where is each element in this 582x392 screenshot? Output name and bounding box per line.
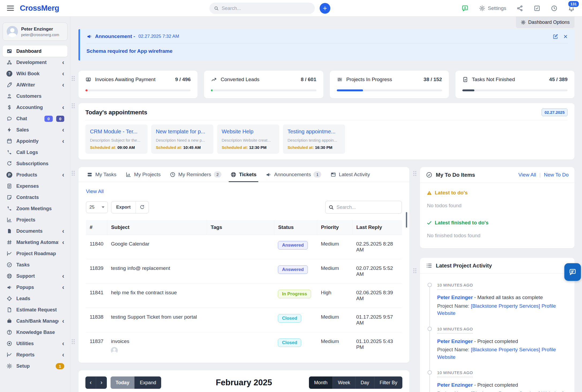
tickets-search-input[interactable] (337, 205, 402, 210)
sidebar-item-products[interactable]: PProducts‹ (3, 169, 67, 180)
ticket-row[interactable]: 11841help me fix the contract issueIn Pr… (86, 284, 402, 308)
app-logo[interactable]: CrossMerg (20, 4, 59, 13)
ticket-row[interactable]: 11837invoicesClosedMedium01.10.2025 5:43… (86, 332, 402, 360)
sidebar-item-tasks[interactable]: Tasks (3, 259, 67, 270)
appointment-item[interactable]: CRM Module - Ter...Description Subject f… (85, 125, 148, 154)
tab-my-reminders[interactable]: My Reminders2 (165, 167, 226, 182)
sidebar-item-estimate-request[interactable]: Estimate Request (3, 304, 67, 315)
calendar-view-week[interactable]: Week (332, 376, 355, 389)
appointments-date-badge[interactable]: 02.27.2025 (542, 108, 568, 116)
hamburger-icon[interactable] (7, 6, 14, 11)
sidebar-item-cash-bank-manage[interactable]: Cash/Bank Manage‹ (3, 315, 67, 327)
sidebar-item-reports[interactable]: Reports‹ (3, 349, 67, 360)
calendar-prev-button[interactable]: ‹ (85, 376, 96, 389)
notifications-button[interactable]: 131 (568, 4, 575, 13)
checkbox-icon[interactable] (534, 5, 541, 12)
todo-new-link[interactable]: New To Do (544, 172, 569, 178)
sidebar-item-projects[interactable]: Projects (3, 214, 67, 225)
ticket-row[interactable]: 11840Google CalendarAnsweredMedium02.25.… (86, 235, 402, 259)
sidebar-item-zoom-meetings[interactable]: Zoom Meetings (3, 203, 67, 214)
column-header-id[interactable]: # (86, 220, 107, 235)
activity-user-link[interactable]: Peter Enzinger (437, 338, 473, 344)
sidebar-item-expenses[interactable]: Expenses (3, 180, 67, 192)
drag-handle[interactable] (72, 171, 75, 177)
table-scrollbar[interactable] (406, 212, 407, 228)
sidebar-item-chat[interactable]: Chat00 (3, 113, 67, 124)
sidebar-item-popups[interactable]: Popups‹ (3, 282, 67, 293)
calendar-expand-button[interactable]: Expand (134, 376, 161, 389)
calendar-view-filter-by[interactable]: Filter By (374, 376, 402, 389)
column-header-priority[interactable]: Priority (317, 220, 352, 235)
sidebar-item-project-roadmap[interactable]: Project Roadmap (3, 248, 67, 259)
sidebar-item-wiki-book[interactable]: ?Wiki Book‹ (3, 68, 67, 79)
close-icon[interactable] (563, 34, 568, 39)
appointment-item[interactable]: Website HelpDescription Website creat...… (217, 125, 279, 154)
tab-my-projects[interactable]: My Projects (121, 167, 165, 182)
appointment-title[interactable]: Testing appointme... (288, 129, 341, 135)
sidebar-item-accounting[interactable]: Accounting‹ (3, 102, 67, 113)
user-card[interactable]: Peter Enzinger peter@crossmerg.com (3, 22, 67, 41)
drag-handle[interactable] (413, 171, 417, 177)
view-all-link[interactable]: View All (86, 189, 104, 194)
refresh-button[interactable] (135, 201, 149, 213)
ticket-subject[interactable]: invoices (107, 332, 207, 360)
sidebar-item-subscriptions[interactable]: Subscriptions (3, 158, 67, 169)
sidebar-item-support[interactable]: Support‹ (3, 270, 67, 282)
appointment-title[interactable]: Website Help (222, 129, 275, 135)
sidebar-item-development[interactable]: Development‹ (3, 57, 67, 68)
ticket-subject[interactable]: Google Calendar (107, 235, 207, 259)
stat-card-tasks-not-finished[interactable]: Tasks Not Finished45 / 389 (455, 71, 575, 98)
activity-project-link[interactable]: [Blackstone Property Services] Profile W… (437, 347, 556, 360)
sidebar-item-knowledge-base[interactable]: Knowledge Base (3, 327, 67, 338)
edit-icon[interactable] (553, 34, 558, 39)
sidebar-item-aiwriter[interactable]: AiWriter‹ (3, 79, 67, 91)
tab-latest-activity[interactable]: Latest Activity (326, 167, 375, 182)
sidebar-item-documents[interactable]: Documents‹ (3, 225, 67, 237)
sidebar-item-appointly[interactable]: Appointly‹ (3, 135, 67, 147)
ticket-row[interactable]: 11838testing Support Ticket from user po… (86, 308, 402, 332)
export-button[interactable]: Export (111, 201, 135, 213)
tab-tickets[interactable]: Tickets (226, 167, 261, 182)
sidebar-item-setup[interactable]: Setup1 (3, 360, 67, 372)
column-header-tags[interactable]: Tags (207, 220, 274, 235)
drag-handle[interactable] (72, 339, 75, 345)
sidebar-item-sales[interactable]: Sales‹ (3, 124, 67, 135)
stat-card-invoices-awaiting-payment[interactable]: Invoices Awaiting Payment9 / 496 (78, 71, 198, 98)
dashboard-options-button[interactable]: Dashboard Options (516, 17, 575, 28)
ticket-subject[interactable]: testing info@ replacement (107, 259, 207, 284)
todo-view-all-link[interactable]: View All (518, 172, 536, 178)
share-icon[interactable] (516, 5, 523, 12)
sidebar-item-dashboard[interactable]: Dashboard (3, 46, 67, 57)
activity-project-link[interactable]: [Blackstone Property Services] Profile W… (437, 303, 556, 316)
calendar-view-day[interactable]: Day (355, 376, 374, 389)
ticket-subject[interactable]: help me fix the contract issue (107, 284, 207, 308)
clock-icon[interactable] (551, 5, 558, 12)
drag-handle[interactable] (72, 103, 75, 109)
stat-card-projects-in-progress[interactable]: Projects In Progress38 / 152 (330, 71, 449, 98)
activity-user-link[interactable]: Peter Enzinger (437, 295, 473, 300)
column-header-last-reply[interactable]: Last Reply (352, 220, 402, 235)
activity-user-link[interactable]: Peter Enzinger (437, 382, 473, 388)
sidebar-item-call-logs[interactable]: Call Logs (3, 147, 67, 158)
drag-handle[interactable] (72, 76, 75, 82)
calendar-today-button[interactable]: Today (111, 376, 135, 389)
column-header-subject[interactable]: Subject (107, 220, 207, 235)
tab-my-tasks[interactable]: My Tasks (82, 167, 121, 182)
sidebar-item-contracts[interactable]: Contracts (3, 192, 67, 203)
sidebar-item-leads[interactable]: Leads (3, 293, 67, 304)
sidebar-item-utilities[interactable]: Utilities‹ (3, 338, 67, 349)
page-size-select[interactable]: 25 (86, 201, 108, 213)
calendar-view-month[interactable]: Month (309, 376, 332, 389)
chat-widget-button[interactable] (564, 263, 581, 281)
appointment-item[interactable]: New template for p...Description Need a … (151, 125, 213, 154)
column-header-status[interactable]: Status (274, 220, 317, 235)
tickets-search[interactable] (325, 201, 402, 214)
tab-announcements[interactable]: Announcements1 (261, 167, 326, 182)
appointment-title[interactable]: New template for p... (156, 129, 209, 135)
global-search-input[interactable] (222, 6, 311, 11)
ticket-subject[interactable]: testing Support Ticket from user portal (107, 308, 207, 332)
sidebar-item-customers[interactable]: Customers (3, 91, 67, 102)
stat-card-converted-leads[interactable]: Converted Leads8 / 601 (204, 71, 323, 98)
global-search[interactable] (209, 3, 315, 14)
activity-project-link[interactable]: [Blackstone Property Services] Website &… (437, 391, 565, 392)
